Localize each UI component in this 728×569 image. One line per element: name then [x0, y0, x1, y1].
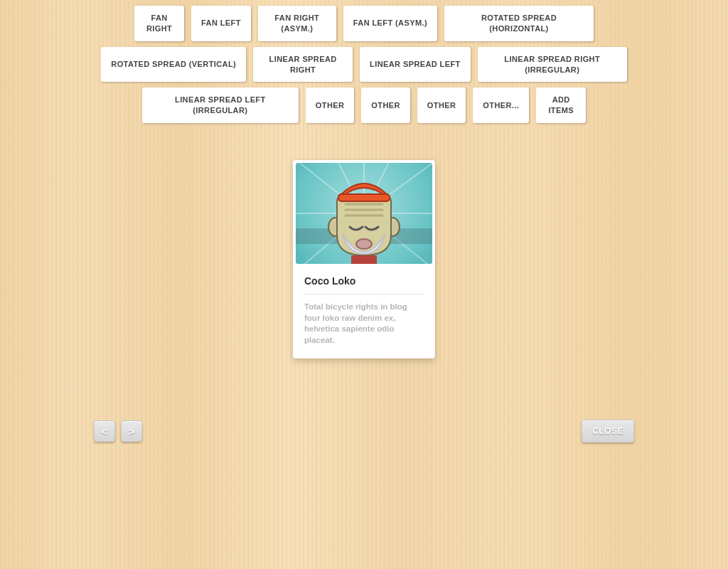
card-image: [296, 163, 432, 264]
avatar-illustration-icon: [296, 163, 432, 264]
svg-point-13: [356, 239, 372, 249]
card-body: Coco Loko Total bicycle rights in blog f…: [296, 264, 432, 346]
nav-other-3[interactable]: OTHER: [417, 87, 466, 123]
nav-fan-right-asym[interactable]: FAN RIGHT (ASYM.): [258, 6, 336, 41]
svg-rect-12: [338, 194, 390, 201]
effect-nav: FAN RIGHT FAN LEFT FAN RIGHT (ASYM.) FAN…: [94, 0, 634, 126]
nav-add-items[interactable]: ADD ITEMS: [536, 87, 586, 123]
controls-bar: < > CLOSE: [94, 420, 634, 442]
card-stage: Coco Loko Total bicycle rights in blog f…: [94, 139, 634, 466]
close-button[interactable]: CLOSE: [582, 420, 634, 442]
nav-linear-spread-left-irregular[interactable]: LINEAR SPREAD LEFT (IRREGULAR): [142, 87, 299, 123]
nav-linear-spread-left[interactable]: LINEAR SPREAD LEFT: [360, 47, 471, 83]
card[interactable]: Coco Loko Total bicycle rights in blog f…: [293, 160, 435, 358]
nav-linear-spread-right[interactable]: LINEAR SPREAD RIGHT: [253, 47, 353, 83]
nav-arrows: < >: [94, 420, 142, 442]
nav-linear-spread-right-irregular[interactable]: LINEAR SPREAD RIGHT (IRREGULAR): [478, 47, 627, 83]
nav-other-2[interactable]: OTHER: [361, 87, 410, 123]
nav-fan-left-asym[interactable]: FAN LEFT (ASYM.): [343, 6, 437, 41]
card-description: Total bicycle rights in blog four loko r…: [304, 294, 424, 346]
nav-other-1[interactable]: OTHER: [306, 87, 355, 123]
card-title: Coco Loko: [304, 275, 424, 294]
nav-rotated-spread-horizontal[interactable]: ROTATED SPREAD (HORIZONTAL): [444, 6, 594, 41]
nav-fan-left[interactable]: FAN LEFT: [191, 6, 251, 41]
prev-button[interactable]: <: [94, 420, 115, 442]
nav-rotated-spread-vertical[interactable]: ROTATED SPREAD (VERTICAL): [101, 47, 246, 83]
nav-fan-right[interactable]: FAN RIGHT: [134, 6, 184, 41]
next-button[interactable]: >: [121, 420, 142, 442]
nav-other-4[interactable]: OTHER...: [473, 87, 529, 123]
